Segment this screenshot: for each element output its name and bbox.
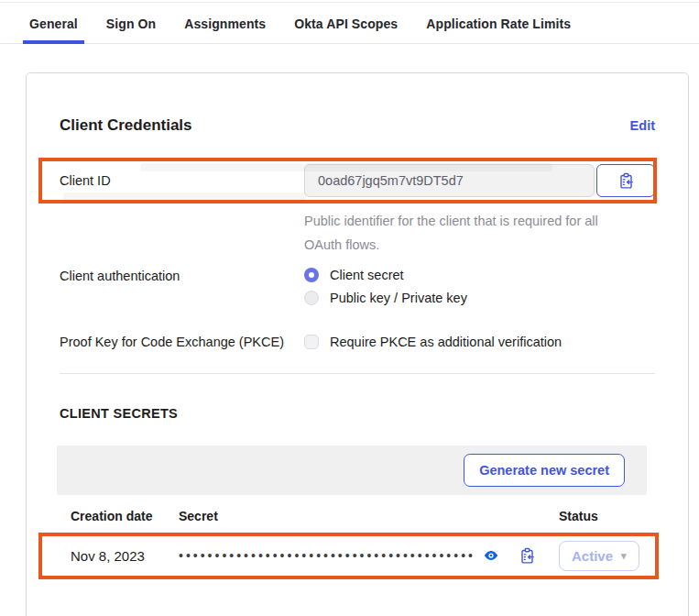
- client-id-helper-row: Public identifier for the client that is…: [60, 209, 655, 257]
- secret-cell: ••••••••••••••••••••••••••••••••••••••••…: [179, 545, 501, 566]
- pkce-checkbox-option[interactable]: Require PKCE as additional verification: [304, 335, 655, 349]
- copy-client-id-button[interactable]: [596, 164, 655, 197]
- status-dropdown-button[interactable]: Active ▾: [559, 541, 639, 571]
- client-authentication-label: Client authentication: [60, 269, 304, 283]
- radio-option-public-private-key[interactable]: Public key / Private key: [304, 291, 655, 305]
- table-header-row: Creation date Secret Status: [60, 498, 655, 534]
- top-divider: [0, 2, 699, 3]
- tab-sign-on[interactable]: Sign On: [100, 11, 162, 43]
- generate-new-secret-button[interactable]: Generate new secret: [464, 454, 625, 487]
- tab-assignments[interactable]: Assignments: [178, 11, 272, 43]
- tab-okta-api-scopes[interactable]: Okta API Scopes: [288, 11, 404, 43]
- tab-label: General: [29, 16, 78, 31]
- client-id-label: Client ID: [60, 173, 304, 188]
- client-secrets-toolbar: Generate new secret: [57, 446, 647, 495]
- section-title: Client Credentials: [60, 116, 192, 135]
- client-secrets-table: Creation date Secret Status Nov 8, 2023 …: [60, 498, 655, 577]
- edit-link[interactable]: Edit: [630, 118, 655, 133]
- redaction-artifact: [63, 192, 306, 201]
- tab-label: Assignments: [184, 16, 266, 31]
- checkbox-unchecked-icon: [304, 335, 319, 349]
- section-divider: [60, 373, 655, 374]
- pkce-label: Proof Key for Code Exchange (PKCE): [60, 335, 304, 349]
- client-id-field-group: 0oad67jgq5m7vt9DT5d7: [304, 164, 655, 197]
- masked-secret-value: ••••••••••••••••••••••••••••••••••••••••…: [179, 548, 474, 563]
- client-id-helper-text: Public identifier for the client that is…: [304, 209, 627, 257]
- pkce-row: Proof Key for Code Exchange (PKCE) Requi…: [60, 335, 655, 349]
- client-secrets-title: CLIENT SECRETS: [60, 406, 655, 421]
- tab-label: Application Rate Limits: [426, 16, 571, 31]
- client-id-value[interactable]: 0oad67jgq5m7vt9DT5d7: [304, 164, 595, 197]
- chevron-down-icon: ▾: [621, 551, 627, 561]
- clipboard-copy-icon: [519, 547, 536, 565]
- tab-general[interactable]: General: [23, 11, 84, 43]
- tab-label: Okta API Scopes: [294, 16, 398, 31]
- client-authentication-row: Client authentication Client secret Publ…: [60, 268, 655, 305]
- header-secret: Secret: [179, 509, 501, 523]
- secret-table-row: Nov 8, 2023 ••••••••••••••••••••••••••••…: [60, 534, 655, 577]
- eye-icon: [483, 547, 499, 564]
- pkce-option-label: Require PKCE as additional verification: [330, 335, 562, 349]
- tab-label: Sign On: [106, 16, 156, 31]
- header-status: Status: [552, 509, 655, 523]
- radio-option-label: Client secret: [330, 268, 404, 282]
- general-settings-card: Client Credentials Edit Client ID 0oad67…: [26, 72, 689, 616]
- secret-creation-date: Nov 8, 2023: [71, 548, 179, 564]
- tab-bar: General Sign On Assignments Okta API Sco…: [0, 0, 699, 44]
- tab-application-rate-limits[interactable]: Application Rate Limits: [420, 11, 577, 43]
- status-label: Active: [572, 548, 613, 564]
- client-credentials-header: Client Credentials Edit: [60, 116, 655, 135]
- radio-option-client-secret[interactable]: Client secret: [304, 268, 655, 282]
- copy-secret-button[interactable]: [517, 545, 538, 566]
- clipboard-copy-icon: [617, 172, 635, 190]
- reveal-secret-button[interactable]: [481, 545, 501, 566]
- client-authentication-options: Client secret Public key / Private key: [304, 268, 655, 305]
- client-id-row: Client ID 0oad67jgq5m7vt9DT5d7: [60, 164, 655, 197]
- radio-option-label: Public key / Private key: [330, 291, 467, 305]
- radio-selected-icon: [304, 268, 319, 282]
- radio-unselected-icon: [304, 291, 319, 305]
- header-creation-date: Creation date: [71, 509, 179, 523]
